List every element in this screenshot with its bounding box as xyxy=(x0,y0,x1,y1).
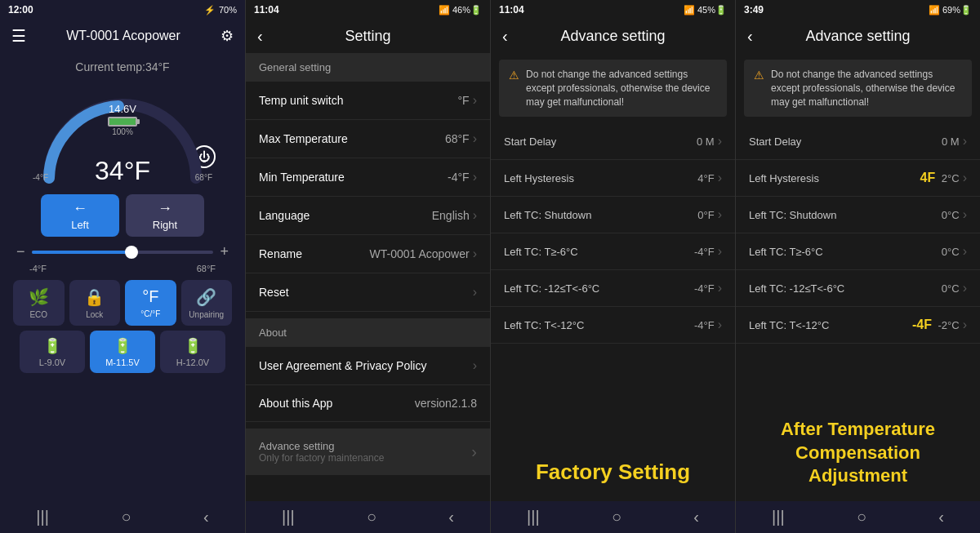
left-tc-lt-m12-val: -4°F xyxy=(694,319,715,331)
nav-back-icon-4[interactable]: ‹ xyxy=(938,508,944,526)
nav-bar-1: ||| ○ ‹ xyxy=(0,501,245,533)
chevron-icon: › xyxy=(473,285,477,300)
chevron-icon: › xyxy=(963,244,967,259)
high-volt-label: H-12.0V xyxy=(176,358,209,367)
adv-left-tc-lt-m12[interactable]: Left TC: T<-12°C -4°F › xyxy=(491,307,735,344)
slider-track[interactable] xyxy=(32,251,214,254)
adv-left-shutdown[interactable]: Left TC: Shutdown 0°F › xyxy=(491,197,735,233)
adv-p4-left-tc-gt-m6[interactable]: Left TC: T≥-6°C 0°C › xyxy=(736,233,980,270)
back-button-4[interactable]: ‹ xyxy=(747,27,753,46)
nav-recent-icon-3[interactable]: ||| xyxy=(527,508,540,526)
battery-icon: 70% xyxy=(219,5,237,15)
temp-unit-icon: °F xyxy=(142,287,158,306)
chevron-icon: › xyxy=(963,134,967,149)
chevron-icon: › xyxy=(963,318,967,332)
rename-value: WT-0001 Acopower › xyxy=(370,247,478,261)
settings-icon[interactable]: ⚙ xyxy=(220,27,234,45)
slider-thumb[interactable] xyxy=(125,246,138,259)
nav-back-icon[interactable]: ‹ xyxy=(203,508,209,526)
left-shutdown-label: Left TC: Shutdown xyxy=(504,209,591,221)
p4-left-shutdown-val: 0°C xyxy=(942,209,960,221)
adv-p4-left-tc-lt-m12[interactable]: Left TC: T<-12°C -4F -2°C › xyxy=(736,307,980,344)
adv-p4-start-delay[interactable]: Start Delay 0 M › xyxy=(736,123,980,160)
p4-start-delay-label: Start Delay xyxy=(749,135,801,148)
slider-minus-button[interactable]: − xyxy=(16,243,25,260)
chevron-icon: › xyxy=(718,207,722,222)
panel-advance-adjusted: 3:49 📶 69%🔋 ‹ Advance setting ⚠ Do not c… xyxy=(735,0,980,533)
voltage-button-row: 🔋 L-9.0V 🔋 M-11.5V 🔋 H-12.0V xyxy=(13,331,232,373)
low-volt-label: L-9.0V xyxy=(39,358,65,367)
adv-p4-left-hysteresis[interactable]: Left Hysteresis 4F 2°C › xyxy=(736,160,980,197)
nav-home-icon-2[interactable]: ○ xyxy=(367,508,376,526)
nav-recent-icon-4[interactable]: ||| xyxy=(772,508,785,526)
p4-left-hysteresis-val: 4F xyxy=(920,171,936,185)
setting-about-app[interactable]: About this App version2.1.8 xyxy=(246,385,490,422)
temp-unit-button[interactable]: °F °C/°F xyxy=(125,280,176,326)
setting-min-temp[interactable]: Min Temperature -4°F › xyxy=(246,158,490,197)
lock-button[interactable]: 🔒 Lock xyxy=(69,280,121,326)
eco-icon: 🌿 xyxy=(29,287,49,307)
back-button-2[interactable]: ‹ xyxy=(257,27,263,46)
high-voltage-button[interactable]: 🔋 H-12.0V xyxy=(160,331,225,373)
header-title-4: Advance setting xyxy=(805,28,910,45)
nav-back-icon-3[interactable]: ‹ xyxy=(693,508,699,526)
eco-button[interactable]: 🌿 ECO xyxy=(13,280,65,326)
chevron-icon: › xyxy=(473,247,477,261)
adv-left-tc-range[interactable]: Left TC: -12≤T<-6°C -4°F › xyxy=(491,270,735,307)
battery-fill xyxy=(109,118,136,125)
chevron-icon: › xyxy=(473,208,477,223)
p4-left-tc-lt-m12-right: -4F -2°C › xyxy=(912,318,967,332)
p4-left-tc-lt-m12-alt: -2°C xyxy=(935,319,960,331)
rename-label: Rename xyxy=(259,247,302,260)
status-bar-4: 3:49 📶 69%🔋 xyxy=(736,0,980,20)
menu-icon[interactable]: ☰ xyxy=(11,26,26,46)
adv-p4-left-tc-range[interactable]: Left TC: -12≤T<-6°C 0°C › xyxy=(736,270,980,307)
adv-p4-left-shutdown[interactable]: Left TC: Shutdown 0°C › xyxy=(736,197,980,233)
low-voltage-button[interactable]: 🔋 L-9.0V xyxy=(20,331,85,373)
low-volt-icon: 🔋 xyxy=(43,337,61,355)
advance-row: Advance setting Only for factory mainten… xyxy=(259,437,477,467)
right-button[interactable]: → Right xyxy=(126,194,204,237)
nav-back-icon-2[interactable]: ‹ xyxy=(448,508,454,526)
setting-privacy[interactable]: User Agreement & Privacy Policy › xyxy=(246,347,490,385)
right-label: Right xyxy=(153,219,177,231)
nav-bar-3: ||| ○ ‹ xyxy=(491,501,735,533)
p4-left-tc-range-right: 0°C › xyxy=(942,281,967,295)
high-volt-icon: 🔋 xyxy=(184,337,202,355)
chevron-icon: › xyxy=(718,134,722,149)
nav-home-icon-3[interactable]: ○ xyxy=(612,508,621,526)
p4-start-delay-right: 0 M › xyxy=(942,134,967,149)
nav-home-icon-4[interactable]: ○ xyxy=(857,508,866,526)
adv-left-hysteresis[interactable]: Left Hysteresis 4°F › xyxy=(491,160,735,197)
slider-labels: -4°F 68°F xyxy=(13,264,232,273)
p4-left-tc-lt-m12-val: -4F xyxy=(912,318,932,332)
left-tc-range-val: -4°F xyxy=(694,282,715,295)
advance-section[interactable]: Advance setting Only for factory mainten… xyxy=(246,429,490,475)
setting-rename[interactable]: Rename WT-0001 Acopower › xyxy=(246,235,490,273)
setting-language[interactable]: Language English › xyxy=(246,197,490,235)
setting-max-temp[interactable]: Max Temperature 68°F › xyxy=(246,120,490,158)
adv-left-tc-gt-m6[interactable]: Left TC: T≥-6°C -4°F › xyxy=(491,233,735,270)
left-button[interactable]: ← Left xyxy=(41,194,119,237)
setting-temp-unit[interactable]: Temp unit switch °F › xyxy=(246,82,490,120)
temp-unit-label: °C/°F xyxy=(140,309,160,318)
nav-recent-icon[interactable]: ||| xyxy=(36,508,49,526)
gauge-min: -4°F xyxy=(33,173,48,182)
unpairing-button[interactable]: 🔗 Unpairing xyxy=(181,280,233,326)
chevron-icon: › xyxy=(473,170,477,184)
adv-start-delay[interactable]: Start Delay 0 M › xyxy=(491,123,735,160)
status-bar-1: 12:00 ⚡ 70% xyxy=(0,0,245,20)
slider-plus-button[interactable]: + xyxy=(220,243,229,260)
back-button-3[interactable]: ‹ xyxy=(502,27,508,46)
mid-voltage-button[interactable]: 🔋 M-11.5V xyxy=(90,331,155,373)
header-3: ‹ Advance setting xyxy=(491,20,735,53)
nav-recent-icon-2[interactable]: ||| xyxy=(282,508,295,526)
nav-home-icon[interactable]: ○ xyxy=(121,508,131,526)
left-hysteresis-label: Left Hysteresis xyxy=(504,172,574,184)
setting-reset[interactable]: Reset › xyxy=(246,273,490,312)
min-temp-label: Min Temperature xyxy=(259,171,345,184)
left-tc-lt-m12-right: -4°F › xyxy=(694,318,722,332)
status-icons-3: 📶 45%🔋 xyxy=(684,5,727,16)
start-delay-label: Start Delay xyxy=(504,135,556,148)
language-label: Language xyxy=(259,209,310,222)
